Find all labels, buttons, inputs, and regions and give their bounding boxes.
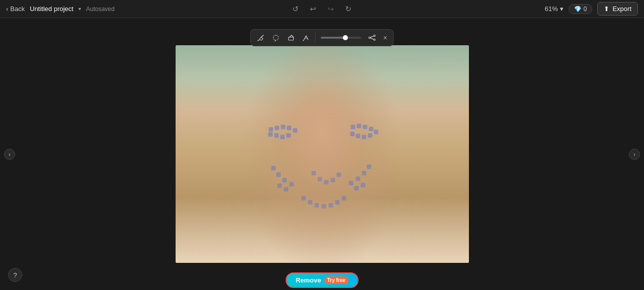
- canvas-image[interactable]: [176, 45, 469, 263]
- zoom-control[interactable]: 61% ▾: [545, 5, 564, 13]
- project-name[interactable]: Untitled project: [30, 5, 73, 13]
- remove-label: Remove: [296, 276, 321, 284]
- topbar-right: 61% ▾ 💎 0 ⬆ Export: [545, 2, 638, 16]
- export-button[interactable]: ⬆ Export: [597, 2, 638, 16]
- face-background: [176, 45, 469, 263]
- smart-tool-button[interactable]: [299, 32, 313, 44]
- canvas-area: ‹: [0, 18, 644, 290]
- svg-point-2: [369, 37, 370, 39]
- back-label: Back: [10, 5, 25, 13]
- redo-button[interactable]: ↪: [326, 4, 336, 15]
- image-container: Remove Try free: [176, 45, 469, 263]
- back-arrow-icon: ‹: [6, 5, 8, 13]
- svg-point-1: [374, 35, 375, 37]
- help-button[interactable]: ?: [8, 268, 22, 282]
- zoom-level: 61%: [545, 5, 558, 13]
- close-icon: ×: [383, 34, 387, 42]
- left-arrow-icon: ‹: [9, 151, 11, 157]
- chevron-down-icon[interactable]: ▾: [78, 6, 81, 12]
- autosaved-label: Autosaved: [86, 6, 115, 13]
- close-toolbar-button[interactable]: ×: [380, 32, 390, 44]
- brush-tool-button[interactable]: [254, 32, 268, 44]
- share-tool-button[interactable]: [365, 32, 379, 44]
- floating-toolbar: ×: [250, 29, 393, 46]
- zoom-chevron-icon: ▾: [560, 5, 564, 13]
- reset-button[interactable]: ↺: [290, 4, 301, 15]
- remove-button-container: Remove Try free: [286, 272, 359, 288]
- next-image-button[interactable]: ›: [629, 149, 640, 160]
- credits-count: 0: [584, 6, 587, 13]
- toolbar-divider: [315, 33, 315, 43]
- credits-badge: 💎 0: [569, 4, 593, 14]
- eraser-tool-button[interactable]: [284, 32, 298, 44]
- svg-rect-0: [288, 37, 293, 40]
- remove-button[interactable]: Remove Try free: [286, 272, 359, 288]
- help-icon: ?: [13, 271, 17, 279]
- svg-point-3: [374, 39, 375, 41]
- try-free-badge: Try free: [324, 276, 348, 284]
- brush-size-slider[interactable]: [320, 37, 361, 39]
- brush-size-thumb[interactable]: [343, 35, 348, 40]
- topbar: ‹ Back Untitled project ▾ Autosaved ↺ ↩ …: [0, 0, 644, 18]
- topbar-center: ↺ ↩ ↪ ↻: [290, 4, 354, 15]
- undo-button[interactable]: ↩: [308, 4, 318, 15]
- right-arrow-icon: ›: [633, 151, 635, 157]
- prev-image-button[interactable]: ‹: [4, 149, 15, 160]
- export-icon: ⬆: [604, 5, 609, 13]
- refresh-button[interactable]: ↻: [343, 4, 354, 15]
- lasso-tool-button[interactable]: [269, 32, 283, 44]
- back-button[interactable]: ‹ Back: [6, 5, 25, 13]
- topbar-left: ‹ Back Untitled project ▾ Autosaved: [6, 5, 115, 13]
- brush-size-control[interactable]: [317, 37, 364, 39]
- credits-icon: 💎: [574, 6, 582, 13]
- export-label: Export: [612, 5, 631, 13]
